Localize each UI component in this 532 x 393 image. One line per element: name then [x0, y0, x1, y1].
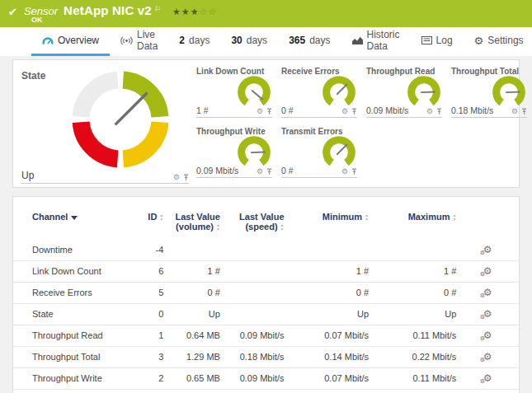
- mini-gauge-throughput-read: Throughput Read 0.09 Mbit/s ⚙: [366, 67, 442, 118]
- mini-gauge-link-down-count: Link Down Count 1 # ⚙: [196, 67, 272, 118]
- maximum-cell: 0.22 Mbit/s: [369, 347, 456, 368]
- maximum-cell: 0 #: [369, 390, 456, 393]
- log-icon: [421, 36, 432, 44]
- channel-settings-gears-icon[interactable]: ⚙⚙: [483, 351, 492, 363]
- channels-table: Channel ID▲▼ Last Value (volume)▲▼ Last …: [13, 205, 519, 393]
- tab-bar: Overview Live Data 2 days 30 days 365 da…: [0, 27, 532, 56]
- channel-row: Throughput Read 1 0.64 MB 0.09 Mbit/s 0.…: [13, 325, 519, 347]
- gauge-icon: [42, 36, 54, 45]
- gauge-pin-icon[interactable]: [351, 108, 357, 115]
- channel-row: Throughput Write 2 0.65 MB 0.09 Mbit/s 0…: [13, 368, 519, 390]
- gauge-pin-icon[interactable]: [183, 174, 189, 181]
- channel-name-cell[interactable]: State: [13, 304, 128, 325]
- last-value-speed-cell: [220, 261, 285, 283]
- channel-id-cell: 0: [128, 304, 164, 325]
- historic-data-icon: [352, 36, 363, 44]
- channel-row: Downtime -4 ⚙⚙: [13, 240, 519, 261]
- mini-gauge-receive-errors: Receive Errors 0 # ⚙: [281, 67, 357, 118]
- column-header-maximum[interactable]: Maximum▲▼: [369, 205, 456, 240]
- channel-id-cell: 1: [128, 325, 164, 347]
- column-header-minimum[interactable]: Minimum▲▼: [285, 205, 370, 240]
- maximum-cell: 0.11 Mbit/s: [369, 368, 456, 390]
- tab-2-days[interactable]: 2 days: [168, 27, 220, 56]
- gauge-pin-icon[interactable]: [436, 108, 442, 115]
- gauge-settings-gear-icon[interactable]: ⚙: [341, 108, 348, 115]
- channel-gauge-value: 0 #: [281, 105, 294, 115]
- gauge-settings-gear-icon[interactable]: ⚙: [341, 168, 348, 175]
- channel-gauge-value: 0.09 Mbit/s: [196, 166, 238, 175]
- channel-name-cell[interactable]: Link Down Count: [13, 261, 128, 283]
- channel-name-cell[interactable]: Downtime: [13, 240, 128, 261]
- tab-live-data[interactable]: Live Data: [110, 27, 168, 56]
- mini-gauge-transmit-errors: Transmit Errors 0 # ⚙: [281, 127, 357, 178]
- channel-settings-gears-icon[interactable]: ⚙⚙: [483, 308, 492, 320]
- gauges-panel: State Up ⚙ Link Down Count 1 #: [12, 59, 520, 188]
- last-value-speed-cell: 0.09 Mbit/s: [220, 325, 285, 347]
- channel-row: Link Down Count 6 1 # 1 # 1 # ⚙⚙: [13, 261, 519, 283]
- column-header-last-value-volume[interactable]: Last Value (volume)▲▼: [163, 205, 220, 240]
- tab-settings[interactable]: ⚙ Settings: [464, 27, 532, 56]
- tab-30-days[interactable]: 30 days: [220, 27, 278, 56]
- channel-settings-gears-icon[interactable]: ⚙⚙: [483, 265, 492, 277]
- maximum-cell: [369, 240, 456, 261]
- star-rating[interactable]: ★★★☆☆: [172, 7, 217, 17]
- status-text: OK: [31, 16, 43, 24]
- minimum-cell: 0 #: [285, 283, 370, 304]
- gauge-settings-gear-icon[interactable]: ⚙: [426, 108, 433, 115]
- last-value-volume-cell: Up: [163, 304, 220, 325]
- gauge-settings-gear-icon[interactable]: ⚙: [257, 168, 263, 175]
- channel-gauge-value: 0.18 Mbit/s: [451, 105, 493, 115]
- gauge-pin-icon[interactable]: [521, 108, 527, 115]
- channel-settings-gears-icon[interactable]: ⚙⚙: [483, 287, 492, 298]
- gauge-settings-gear-icon[interactable]: ⚙: [511, 108, 518, 115]
- column-header-channel[interactable]: Channel: [13, 205, 128, 240]
- sort-arrows-icon: ▲▼: [365, 213, 369, 222]
- gauge-pin-icon[interactable]: [266, 168, 272, 175]
- channel-id-cell: 2: [128, 368, 164, 390]
- minimum-cell: 1 #: [285, 261, 370, 283]
- minimum-cell: 0 #: [285, 390, 370, 393]
- maximum-cell: 0 #: [369, 283, 456, 304]
- flag-icon[interactable]: ⚐: [154, 5, 161, 13]
- state-gauge-dial: [64, 68, 177, 171]
- sensor-title: NetApp NIC v2: [64, 3, 152, 17]
- last-value-speed-cell: 0.18 Mbit/s: [220, 347, 285, 368]
- channel-name-cell[interactable]: Transmit Errors: [13, 390, 128, 393]
- last-value-volume-cell: 0.64 MB: [163, 325, 220, 347]
- channel-settings-gears-icon[interactable]: ⚙⚙: [483, 330, 492, 341]
- channel-name-cell[interactable]: Throughput Write: [13, 368, 128, 390]
- maximum-cell: 1 #: [369, 261, 456, 283]
- last-value-volume-cell: 0.65 MB: [163, 368, 220, 390]
- tab-overview[interactable]: Overview: [31, 27, 110, 56]
- column-header-id[interactable]: ID▲▼: [128, 205, 164, 240]
- channel-settings-gears-icon[interactable]: ⚙⚙: [483, 372, 492, 384]
- minimum-cell: 0.07 Mbit/s: [285, 325, 370, 347]
- column-header-last-value-speed[interactable]: Last Value (speed)▲▼: [220, 205, 285, 240]
- gauge-pin-icon[interactable]: [266, 108, 272, 115]
- last-value-speed-cell: [220, 390, 285, 393]
- state-gauge-label: State: [21, 70, 45, 82]
- channel-row: Receive Errors 5 0 # 0 # 0 # ⚙⚙: [13, 283, 519, 304]
- last-value-speed-cell: [220, 283, 285, 304]
- gauge-settings-gear-icon[interactable]: ⚙: [257, 108, 263, 115]
- channel-id-cell: -4: [128, 240, 164, 261]
- channel-settings-gears-icon[interactable]: ⚙⚙: [483, 244, 492, 255]
- last-value-volume-cell: 1.29 MB: [163, 347, 220, 368]
- tab-historic-data[interactable]: Historic Data: [341, 27, 411, 56]
- channel-id-cell: 4: [128, 390, 164, 393]
- mini-gauge-throughput-total: Throughput Total 0.18 Mbit/s ⚙: [451, 67, 527, 118]
- channel-name-cell[interactable]: Throughput Total: [13, 347, 128, 368]
- minimum-cell: 0.14 Mbit/s: [285, 347, 370, 368]
- gauge-settings-gear-icon[interactable]: ⚙: [173, 174, 180, 181]
- sort-arrows-icon: ▲▼: [216, 223, 220, 232]
- tab-log[interactable]: Log: [411, 27, 464, 56]
- state-gauge-value: Up: [21, 170, 34, 181]
- channel-name-cell[interactable]: Receive Errors: [13, 283, 128, 304]
- last-value-speed-cell: 0.09 Mbit/s: [220, 368, 285, 390]
- channel-gauge-value: 0 #: [281, 166, 294, 175]
- tab-365-days[interactable]: 365 days: [278, 27, 341, 56]
- sort-caret-icon: [71, 216, 78, 220]
- gear-icon: ⚙: [474, 35, 484, 47]
- gauge-pin-icon[interactable]: [351, 168, 357, 175]
- channel-name-cell[interactable]: Throughput Read: [13, 325, 128, 347]
